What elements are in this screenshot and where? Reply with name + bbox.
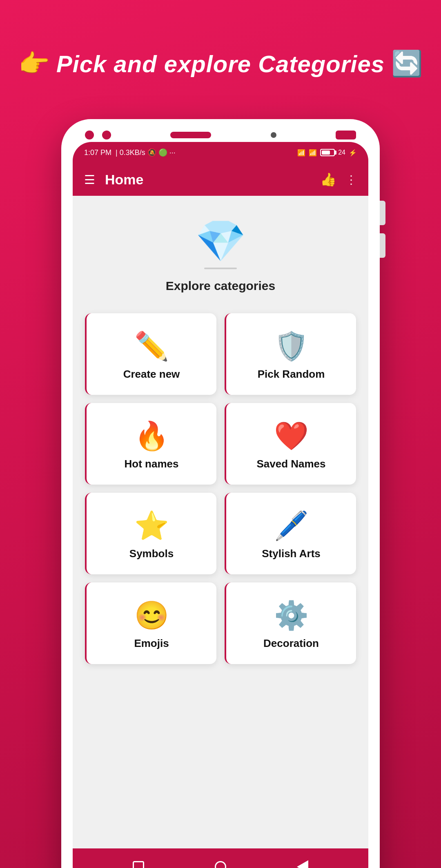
explore-title: Explore categories bbox=[166, 279, 275, 293]
camera-area bbox=[85, 131, 111, 140]
emojis-label: Emojis bbox=[134, 637, 169, 650]
app-bar-left: ☰ Home bbox=[84, 172, 143, 188]
category-card-decoration[interactable]: ⚙️ Decoration bbox=[225, 582, 356, 664]
app-bar: ☰ Home 👍 ⋮ bbox=[73, 163, 368, 196]
power-button bbox=[336, 131, 356, 140]
signal-icon: 📶 bbox=[309, 149, 317, 157]
wifi-icon: 📶 bbox=[297, 149, 305, 157]
decoration-icon: ⚙️ bbox=[274, 601, 309, 629]
stylish-arts-label: Stylish Arts bbox=[262, 547, 321, 560]
hot-names-icon: 🔥 bbox=[134, 422, 169, 450]
camera-dot-1 bbox=[85, 131, 94, 140]
nav-back-button[interactable] bbox=[297, 860, 308, 868]
bolt-icon: ⚡ bbox=[349, 149, 357, 157]
nav-recents-button[interactable] bbox=[215, 861, 226, 868]
saved-names-label: Saved Names bbox=[256, 458, 325, 470]
phone-frame: 1:07 PM | 0.3KB/s 🔕 🟢 ··· 📶 📶 24 ⚡ ☰ Hom… bbox=[61, 119, 380, 868]
pick-random-label: Pick Random bbox=[258, 368, 325, 381]
battery-label: 24 bbox=[338, 149, 345, 156]
page-heading: 👉 Pick and explore Categories 🔄 bbox=[18, 49, 423, 78]
status-speed: | 0.3KB/s 🔕 🟢 ··· bbox=[116, 148, 176, 157]
decoration-label: Decoration bbox=[263, 637, 319, 650]
symbols-label: Symbols bbox=[129, 547, 174, 560]
category-card-pick-random[interactable]: 🛡️ Pick Random bbox=[225, 313, 356, 395]
volume-down-button bbox=[380, 233, 385, 258]
like-button[interactable]: 👍 bbox=[320, 172, 336, 187]
diamond-icon: 💎 bbox=[195, 220, 246, 261]
nav-circle-icon bbox=[215, 861, 226, 868]
hot-names-label: Hot names bbox=[125, 458, 179, 470]
app-title: Home bbox=[105, 172, 143, 188]
category-card-emojis[interactable]: 😊 Emojis bbox=[85, 582, 216, 664]
hamburger-menu-icon[interactable]: ☰ bbox=[84, 173, 95, 187]
pick-random-icon: 🛡️ bbox=[274, 332, 309, 360]
category-card-hot-names[interactable]: 🔥 Hot names bbox=[85, 403, 216, 485]
speaker bbox=[170, 132, 211, 138]
diamond-divider bbox=[204, 268, 237, 269]
heading-emoji: 👉 bbox=[18, 49, 50, 78]
phone-top-bar bbox=[73, 131, 368, 140]
emojis-icon: 😊 bbox=[134, 601, 169, 629]
category-card-stylish-arts[interactable]: 🖊️ Stylish Arts bbox=[225, 493, 356, 574]
status-left: 1:07 PM | 0.3KB/s 🔕 🟢 ··· bbox=[84, 148, 176, 157]
stylish-arts-icon: 🖊️ bbox=[274, 512, 309, 539]
category-card-create-new[interactable]: ✏️ Create new bbox=[85, 313, 216, 395]
sensor-dot bbox=[271, 132, 276, 138]
status-right: 📶 📶 24 ⚡ bbox=[297, 149, 357, 157]
category-card-saved-names[interactable]: ❤️ Saved Names bbox=[225, 403, 356, 485]
bottom-nav bbox=[73, 848, 368, 868]
camera-dot-2 bbox=[102, 131, 111, 140]
more-options-button[interactable]: ⋮ bbox=[345, 173, 357, 186]
create-new-label: Create new bbox=[123, 368, 180, 381]
status-bar: 1:07 PM | 0.3KB/s 🔕 🟢 ··· 📶 📶 24 ⚡ bbox=[73, 142, 368, 163]
symbols-icon: ⭐ bbox=[134, 512, 169, 539]
content-area: 💎 Explore categories ✏️ Create new 🛡️ Pi… bbox=[73, 196, 368, 848]
nav-back-icon bbox=[297, 860, 308, 868]
diamond-section: 💎 Explore categories bbox=[85, 208, 356, 313]
phone-screen: 1:07 PM | 0.3KB/s 🔕 🟢 ··· 📶 📶 24 ⚡ ☰ Hom… bbox=[73, 142, 368, 868]
status-time: 1:07 PM bbox=[84, 148, 111, 157]
heading-icon: 🔄 bbox=[391, 49, 423, 78]
app-bar-right: 👍 ⋮ bbox=[320, 172, 357, 187]
nav-square-icon bbox=[133, 861, 144, 868]
create-new-icon: ✏️ bbox=[134, 332, 169, 360]
heading-text: Pick and explore Categories bbox=[56, 50, 385, 78]
saved-names-icon: ❤️ bbox=[274, 422, 309, 450]
categories-grid: ✏️ Create new 🛡️ Pick Random 🔥 Hot names… bbox=[85, 313, 356, 672]
category-card-symbols[interactable]: ⭐ Symbols bbox=[85, 493, 216, 574]
volume-up-button bbox=[380, 201, 385, 225]
nav-home-button[interactable] bbox=[133, 861, 144, 868]
battery-indicator bbox=[320, 149, 335, 156]
